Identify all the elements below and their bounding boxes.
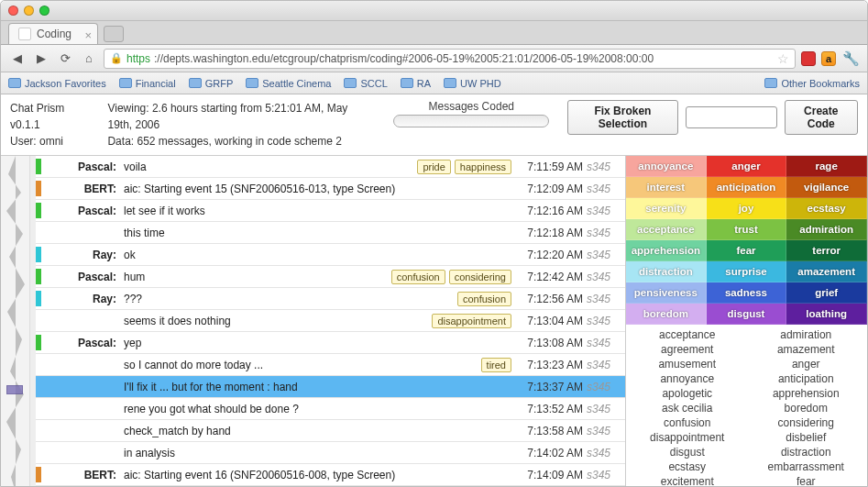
code-item[interactable]: ecstasy — [632, 460, 743, 473]
emotion-cell-sadness[interactable]: sadness — [707, 282, 787, 304]
bookmark-folder[interactable]: UW PHD — [444, 78, 501, 89]
timeline-marker[interactable] — [6, 385, 23, 394]
code-item[interactable]: apologetic — [632, 387, 743, 400]
emotion-cell-pensiveness[interactable]: pensiveness — [626, 282, 707, 304]
code-item[interactable]: amazement — [751, 343, 863, 356]
emotion-cell-ecstasy[interactable]: ecstasy — [786, 198, 867, 219]
emotion-cell-trust[interactable]: trust — [707, 219, 787, 240]
extension-icon[interactable] — [801, 51, 816, 66]
code-item[interactable]: confusion — [632, 416, 743, 429]
message-row[interactable]: check_match by hand7:13:58 AMs345 — [36, 420, 625, 442]
code-item[interactable]: admiration — [751, 328, 863, 341]
message-row[interactable]: Pascal:let see if it works7:12:16 AMs345 — [36, 200, 625, 222]
message-row[interactable]: Ray:ok7:12:20 AMs345 — [36, 244, 625, 266]
code-item[interactable]: fear — [751, 475, 863, 486]
code-item[interactable]: acceptance — [632, 328, 743, 341]
timeline-gutter[interactable] — [1, 156, 30, 486]
message-row[interactable]: Ray:???confusion7:12:56 AMs345 — [36, 288, 625, 310]
tab-close-icon[interactable]: × — [84, 28, 92, 42]
emotion-cell-boredom[interactable]: boredom — [626, 304, 707, 325]
code-item[interactable]: agreement — [632, 343, 743, 356]
emotion-cell-fear[interactable]: fear — [707, 240, 787, 261]
browser-tab[interactable]: Coding × — [8, 23, 98, 44]
code-tag[interactable]: happiness — [455, 160, 511, 174]
message-row[interactable]: Pascal:yep7:13:08 AMs345 — [36, 332, 625, 354]
code-tag[interactable]: tired — [481, 358, 511, 372]
back-button[interactable]: ◀ — [8, 50, 27, 68]
wrench-menu-icon[interactable]: 🔧 — [841, 50, 860, 68]
code-tag[interactable]: pride — [417, 160, 450, 174]
message-row[interactable]: I'll fix it ... but for the moment : han… — [36, 376, 625, 398]
message-row[interactable]: in analysis7:14:02 AMs345 — [36, 442, 625, 464]
message-row[interactable]: rene you got what should be done ?7:13:5… — [36, 398, 625, 420]
message-row[interactable]: this time7:12:18 AMs345 — [36, 222, 625, 244]
bookmark-folder[interactable]: Financial — [119, 78, 176, 89]
emotion-cell-interest[interactable]: interest — [626, 177, 707, 198]
code-item[interactable]: boredom — [751, 402, 863, 415]
window-zoom-button[interactable] — [39, 6, 49, 16]
code-tag[interactable]: considering — [449, 270, 511, 284]
speaker-color-chip — [36, 357, 41, 372]
emotion-cell-admiration[interactable]: admiration — [786, 219, 867, 240]
code-item[interactable]: considering — [751, 416, 863, 429]
emotion-cell-loathing[interactable]: loathing — [786, 304, 867, 325]
reload-button[interactable]: ⟳ — [56, 50, 74, 68]
fix-broken-selection-button[interactable]: Fix Broken Selection — [567, 100, 677, 135]
code-item[interactable]: disbelief — [751, 431, 863, 444]
code-item[interactable]: excitement — [632, 475, 743, 486]
code-item[interactable]: anticipation — [751, 372, 863, 385]
window-close-button[interactable] — [8, 6, 18, 16]
emotion-cell-disgust[interactable]: disgust — [707, 304, 787, 325]
emotion-cell-amazement[interactable]: amazement — [786, 261, 867, 282]
messages-list[interactable]: Pascal:voilapridehappiness7:11:59 AMs345… — [36, 156, 625, 486]
create-code-button[interactable]: Create Code — [785, 100, 858, 135]
message-row[interactable]: seems it does nothingdisappointment7:13:… — [36, 310, 625, 332]
url-bar[interactable]: 🔒 https://depts.washington.edu/etcgroup/… — [104, 49, 796, 69]
code-item[interactable]: apprehension — [751, 387, 863, 400]
bookmark-folder[interactable]: Jackson Favorites — [8, 78, 106, 89]
code-item[interactable]: anger — [751, 358, 863, 371]
emotion-cell-terror[interactable]: terror — [786, 240, 867, 261]
new-tab-button[interactable] — [104, 26, 124, 42]
emotion-cell-joy[interactable]: joy — [707, 198, 787, 219]
code-item[interactable]: amusement — [632, 358, 743, 371]
code-tag[interactable]: confusion — [457, 292, 511, 306]
message-row[interactable]: so I cannot do more today ...tired7:13:2… — [36, 354, 625, 376]
other-bookmarks[interactable]: Other Bookmarks — [764, 78, 860, 89]
code-item[interactable]: ask cecilia — [632, 402, 743, 415]
code-item[interactable]: distraction — [751, 446, 863, 459]
home-button[interactable]: ⌂ — [80, 50, 98, 68]
bookmark-folder[interactable]: RA — [401, 78, 431, 89]
emotion-cell-surprise[interactable]: surprise — [707, 261, 787, 282]
message-row[interactable]: Pascal:voilapridehappiness7:11:59 AMs345 — [36, 156, 625, 178]
bookmark-folder[interactable]: Seattle Cinema — [246, 78, 331, 89]
code-tag[interactable]: disappointment — [432, 314, 511, 328]
code-item[interactable]: disappointment — [632, 431, 743, 444]
bookmark-folder[interactable]: GRFP — [189, 78, 234, 89]
emotion-cell-acceptance[interactable]: acceptance — [626, 219, 707, 240]
emotion-cell-vigilance[interactable]: vigilance — [786, 177, 867, 198]
message-row[interactable]: BERT:aic: Starting event 16 (SNF20060516… — [36, 464, 625, 486]
emotion-cell-anger[interactable]: anger — [707, 156, 787, 177]
emotion-cell-distraction[interactable]: distraction — [626, 261, 707, 282]
emotion-cell-apprehension[interactable]: apprehension — [626, 240, 707, 261]
message-row[interactable]: BERT:aic: Starting event 15 (SNF20060516… — [36, 178, 625, 200]
speaker-color-chip — [36, 445, 41, 460]
message-row[interactable]: Pascal:humconfusionconsidering7:12:42 AM… — [36, 266, 625, 288]
bookmark-star-icon[interactable]: ☆ — [777, 51, 789, 66]
window-minimize-button[interactable] — [24, 6, 34, 16]
emotion-cell-grief[interactable]: grief — [786, 282, 867, 304]
message-session-id: s345 — [587, 359, 618, 371]
emotion-cell-annoyance[interactable]: annoyance — [626, 156, 707, 177]
forward-button[interactable]: ▶ — [32, 50, 50, 68]
code-name-input[interactable] — [686, 106, 777, 128]
code-item[interactable]: embarrassment — [751, 460, 863, 473]
emotion-cell-serenity[interactable]: serenity — [626, 198, 707, 219]
amazon-extension-icon[interactable]: a — [821, 51, 836, 66]
code-item[interactable]: annoyance — [632, 372, 743, 385]
emotion-cell-anticipation[interactable]: anticipation — [707, 177, 787, 198]
bookmark-folder[interactable]: SCCL — [344, 78, 387, 89]
code-tag[interactable]: confusion — [391, 270, 445, 284]
emotion-cell-rage[interactable]: rage — [786, 156, 867, 177]
code-item[interactable]: disgust — [632, 446, 743, 459]
